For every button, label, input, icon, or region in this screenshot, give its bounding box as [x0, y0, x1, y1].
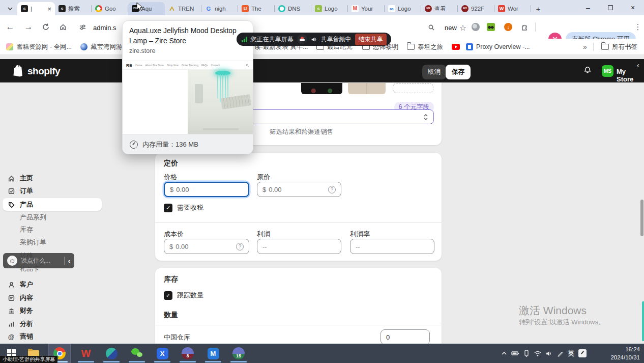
product-media-thumbnail[interactable]: [348, 83, 386, 94]
cloud-app-icon[interactable]: [297, 34, 307, 44]
emulator15-button[interactable]: 15: [231, 346, 246, 360]
compare-price-label: 原价: [257, 173, 270, 182]
wechat-button[interactable]: [130, 346, 144, 360]
tray-app-icon[interactable]: [577, 349, 588, 357]
checkbox-checked-icon[interactable]: ✓: [164, 291, 172, 300]
chat-widget[interactable]: ☺ 说点什么... ‹: [3, 253, 74, 268]
close-button[interactable]: ×: [622, 0, 644, 15]
wifi-icon[interactable]: [532, 350, 543, 357]
battery-icon[interactable]: [510, 350, 521, 356]
bookmark-item[interactable]: 雪糕资源网 - 全网...: [6, 42, 72, 52]
extension-gray-icon[interactable]: [471, 22, 480, 32]
address-bar-url-tail[interactable]: new: [445, 24, 457, 32]
save-button[interactable]: 保存: [446, 65, 471, 79]
extensions-puzzle-icon[interactable]: [520, 22, 529, 32]
cost-input[interactable]: $ 0.00 ?: [164, 239, 249, 254]
security-app-button[interactable]: [104, 346, 119, 360]
device-icon[interactable]: [521, 350, 532, 357]
wps-button[interactable]: W: [79, 346, 93, 360]
browser-tab-trend[interactable]: TREN: [165, 2, 201, 15]
taskbar-clock[interactable]: 16:24 2024/10/31: [606, 345, 640, 361]
emulator8-button[interactable]: 8: [181, 346, 195, 360]
tab-search-button[interactable]: [3, 2, 17, 15]
tray-expand-icon[interactable]: [499, 350, 510, 356]
help-icon[interactable]: ?: [328, 186, 336, 193]
checkbox-checked-icon[interactable]: ✓: [164, 204, 172, 212]
bookmark-proxy[interactable]: Proxy Overview -...: [466, 42, 530, 52]
scrollbar-thumb[interactable]: [640, 200, 643, 236]
store-name[interactable]: My Store: [617, 68, 644, 83]
add-media-dropzone[interactable]: [393, 83, 433, 93]
forward-button[interactable]: →: [22, 21, 35, 33]
browser-tab-logo1[interactable]: sLogo: [311, 2, 348, 15]
maximize-button[interactable]: [599, 0, 622, 15]
browser-tab-night[interactable]: Gnigh: [201, 2, 238, 15]
back-button[interactable]: ←: [4, 21, 16, 33]
floating-widget-edge[interactable]: [642, 301, 644, 341]
menu-icon[interactable]: ⋮: [632, 21, 644, 33]
sidebar-subitem-purchase-orders[interactable]: 采购订单: [20, 237, 46, 248]
product-media-thumbnail[interactable]: [301, 83, 342, 94]
sidebar-subitem-collections[interactable]: 产品系列: [20, 212, 46, 223]
site-info-icon[interactable]: [76, 21, 89, 33]
store-avatar[interactable]: MS: [602, 65, 613, 77]
stop-sharing-button[interactable]: 结束共享: [355, 34, 387, 45]
home-button[interactable]: [57, 21, 69, 33]
sidebar-item-products[interactable]: 产品: [0, 199, 104, 211]
browser-tab-gmail[interactable]: MYour: [348, 2, 385, 15]
notifications-bell-icon[interactable]: [583, 66, 592, 75]
browser-tab-logo2[interactable]: ∞Logo: [385, 2, 421, 15]
extension-download-icon[interactable]: ↓: [504, 22, 513, 32]
profit-input[interactable]: --: [257, 239, 341, 254]
sidebar-item-marketing[interactable]: @ 营销: [0, 330, 104, 343]
pen-icon[interactable]: [554, 350, 566, 357]
new-tab-button[interactable]: +: [531, 2, 545, 15]
sidebar-subitem-inventory[interactable]: 库存: [20, 224, 33, 235]
track-quantity-row[interactable]: ✓ 跟踪数量: [164, 291, 203, 300]
sidebar-item-analytics[interactable]: 分析: [0, 318, 104, 330]
sidebar-item-customers[interactable]: 客户: [0, 278, 104, 291]
browser-tab-word[interactable]: WWor: [494, 2, 531, 15]
price-input[interactable]: $ 0.00: [164, 182, 249, 197]
window-controls: – ×: [577, 0, 644, 15]
browser-tab-922[interactable]: 922922F: [458, 2, 494, 15]
browser-tab-aqualuxe[interactable]: ZIRAqu: [128, 2, 165, 15]
minimize-button[interactable]: –: [577, 0, 599, 15]
tax-checkbox-row[interactable]: ✓ 需要收税: [164, 203, 203, 212]
help-icon[interactable]: ?: [236, 243, 244, 250]
bookmark-youtube[interactable]: [452, 42, 460, 52]
bookmark-item[interactable]: 藏宝湾网游: [80, 42, 123, 52]
memory-usage-bar: 内存用量：136 MB: [123, 134, 253, 154]
zoom-search-icon[interactable]: [425, 21, 437, 34]
browser-tab-view922[interactable]: 922查看: [421, 2, 458, 15]
sidebar-item-home[interactable]: 主页: [0, 172, 104, 184]
volume-icon[interactable]: [543, 350, 554, 357]
all-bookmarks[interactable]: 所有书签: [601, 42, 637, 52]
compare-price-input[interactable]: $ 0.00 ?: [257, 182, 341, 197]
address-bar-url[interactable]: admin.s: [93, 24, 116, 32]
mobaxterm-button[interactable]: M: [206, 346, 220, 360]
bookmarks-overflow-icon[interactable]: »: [583, 42, 587, 52]
ime-indicator[interactable]: 英: [566, 349, 577, 358]
tab-close-icon[interactable]: ×: [47, 6, 51, 12]
browser-tab-google[interactable]: Goo: [92, 2, 128, 15]
bookmarks-divider: [593, 43, 594, 51]
reload-button[interactable]: [40, 21, 52, 33]
chat-input-placeholder[interactable]: 说点什么...: [21, 257, 61, 265]
bookmark-star-icon[interactable]: ☆: [457, 21, 469, 34]
extension-monkey-icon[interactable]: [486, 22, 495, 32]
xmind-button[interactable]: X: [155, 346, 169, 360]
chat-collapse-icon[interactable]: ‹: [68, 257, 70, 265]
browser-tab-active[interactable]: s | ×: [17, 2, 55, 15]
sidebar-item-orders[interactable]: 订单: [0, 185, 104, 197]
margin-input[interactable]: --: [350, 239, 434, 254]
browser-tab-dns[interactable]: DNS: [275, 2, 311, 15]
quantity-input[interactable]: 0: [380, 329, 430, 345]
browser-tab-the[interactable]: UThe: [238, 2, 275, 15]
browser-tab-search[interactable]: s搜索: [55, 2, 92, 15]
cancel-button[interactable]: 取消: [422, 65, 446, 79]
sidebar-item-finances[interactable]: 财务: [0, 304, 104, 317]
bookmark-folder[interactable]: 泰坦之旅: [407, 42, 443, 52]
product-media-thumbnail[interactable]: [257, 83, 296, 94]
sidebar-item-content[interactable]: 内容: [0, 292, 104, 304]
